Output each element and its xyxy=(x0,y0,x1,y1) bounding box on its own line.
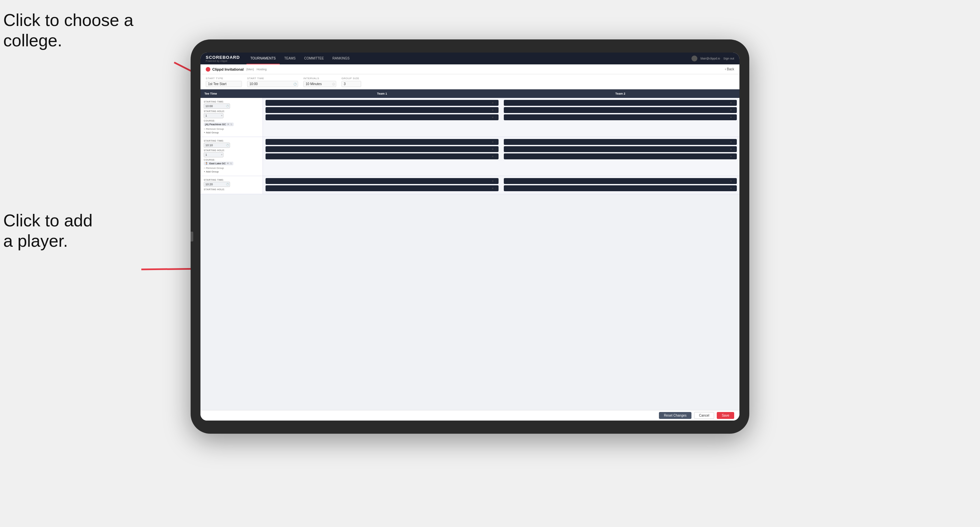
remove-group-link-1[interactable]: ○ Remove Group xyxy=(204,127,259,130)
player-cell[interactable]: ✕ ⋮ xyxy=(266,185,498,191)
group-size-select[interactable]: 3 xyxy=(342,81,361,87)
start-type-select[interactable]: 1st Tee Start xyxy=(206,81,242,87)
hole-select-1[interactable]: 1 xyxy=(204,113,223,118)
course-icon-2: 🏌 xyxy=(205,162,208,165)
player-cell-icons: ✕ ⋮ xyxy=(492,102,497,105)
player-cell-icons: ✕ ⋮ xyxy=(730,180,735,183)
group-right-team1-1: ✕ ⋮ ✕ ⋮ ✕ ⋮ xyxy=(263,98,501,137)
player-cell[interactable]: ✕ ⋮ xyxy=(504,100,737,106)
player-cell-icons: ✕ ⋮ xyxy=(730,109,735,112)
side-button[interactable] xyxy=(191,232,193,241)
player-cell[interactable]: ✕ ⋮ xyxy=(266,154,498,159)
course-tag-remove-1[interactable]: ✕ xyxy=(227,123,229,126)
hole-chevron-2: ▾ xyxy=(221,154,223,156)
user-avatar xyxy=(692,56,697,62)
starting-time-label-1: STARTING TIME: xyxy=(204,100,259,103)
tournament-icon xyxy=(206,67,210,71)
course-tag-2[interactable]: 🏌 East Lake GC ✕ ⇅ xyxy=(204,162,233,165)
time-icon-1: 🕐 xyxy=(226,105,229,108)
player-cell-icons: ✕ ⋮ xyxy=(492,148,497,151)
group-size-label: Group Size xyxy=(342,77,361,80)
add-group-link-2[interactable]: + Add Group xyxy=(204,170,259,173)
group-left-2: STARTING TIME: 🕐 STARTING HOLE: 1 xyxy=(200,137,263,176)
scoreboard-title: SCOREBOARD xyxy=(206,55,240,60)
group-size-select-wrapper: 3 xyxy=(342,81,361,87)
hole-chevron-1: ▾ xyxy=(221,114,223,117)
course-tag-arrows-2[interactable]: ⇅ xyxy=(230,162,232,165)
back-button[interactable]: ‹ Back xyxy=(725,67,734,71)
start-type-label: Start Type xyxy=(206,77,242,80)
main-content[interactable]: STARTING TIME: 🕐 STARTING HOLE: 1 xyxy=(200,98,740,410)
group-row: STARTING TIME: 🕐 STARTING HOLE: ✕ ⋮ xyxy=(200,176,740,194)
player-cell[interactable]: ✕ ⋮ xyxy=(266,139,498,145)
intervals-label: Intervals xyxy=(303,77,336,80)
player-cell[interactable]: ✕ ⋮ xyxy=(504,185,737,191)
player-cell-icons: ✕ ⋮ xyxy=(730,102,735,105)
cancel-button[interactable]: Cancel xyxy=(694,412,714,419)
player-cell[interactable]: ✕ ⋮ xyxy=(266,114,498,120)
start-time-input[interactable] xyxy=(247,81,298,87)
reset-button[interactable]: Reset Changes xyxy=(659,412,692,419)
course-tag-label-1: (A) Peachtree GC xyxy=(205,123,226,126)
starting-hole-row-1: 1 ▾ xyxy=(204,113,259,118)
intervals-select-wrapper: 10 Minutes ⓘ xyxy=(303,81,336,87)
starting-hole-label-1: STARTING HOLE: xyxy=(204,110,259,113)
player-cell[interactable]: ✕ ⋮ xyxy=(504,146,737,152)
player-cell[interactable]: ✕ ⋮ xyxy=(266,146,498,152)
player-cell-icons: ✕ ⋮ xyxy=(492,141,497,144)
nav-tabs: TOURNAMENTS TEAMS COMMITTEE RANKINGS xyxy=(247,52,692,64)
save-button[interactable]: Save xyxy=(717,412,734,419)
intervals-select[interactable]: 10 Minutes xyxy=(303,81,336,87)
nav-tab-committee[interactable]: COMMITTEE xyxy=(300,52,328,64)
player-cell[interactable]: ✕ ⋮ xyxy=(266,100,498,106)
remove-group-link-2[interactable]: ○ Remove Group xyxy=(204,167,259,170)
starting-hole-row-2: 1 ▾ xyxy=(204,152,259,157)
player-cell-icons: ✕ ⋮ xyxy=(492,155,497,158)
time-input-wrapper-3: 🕐 xyxy=(204,182,230,187)
course-tag-1[interactable]: (A) Peachtree GC ✕ ⇅ xyxy=(204,122,234,126)
course-tag-remove-2[interactable]: ✕ xyxy=(227,162,229,165)
course-tag-arrows-1[interactable]: ⇅ xyxy=(231,123,232,126)
group-row: STARTING TIME: 🕐 STARTING HOLE: 1 xyxy=(200,98,740,137)
player-cell-icons: ✕ ⋮ xyxy=(492,109,497,112)
sign-out-link[interactable]: Sign out xyxy=(723,57,734,60)
scoreboard-sub: Powered by clippd xyxy=(206,60,240,62)
group-right-team1-3: ✕ ⋮ ✕ ⋮ xyxy=(263,176,501,194)
tablet-screen: SCOREBOARD Powered by clippd TOURNAMENTS… xyxy=(200,52,740,421)
starting-time-row-3: 🕐 xyxy=(204,182,259,187)
time-icon-2: 🕐 xyxy=(226,144,229,146)
group-left-1: STARTING TIME: 🕐 STARTING HOLE: 1 xyxy=(200,98,263,137)
player-cell[interactable]: ✕ ⋮ xyxy=(504,114,737,120)
player-cell-icons: ✕ ⋮ xyxy=(730,155,735,158)
starting-hole-label-3: STARTING HOLE: xyxy=(204,188,259,190)
player-cell[interactable]: ✕ ⋮ xyxy=(504,139,737,145)
add-group-link-1[interactable]: + Add Group xyxy=(204,131,259,134)
settings-bar: Start Type 1st Tee Start Start Time 🕐 xyxy=(200,74,740,89)
table-header: Tee Time Team 1 Team 2 xyxy=(200,89,740,98)
player-cell[interactable]: ✕ ⋮ xyxy=(504,107,737,113)
app-header: SCOREBOARD Powered by clippd TOURNAMENTS… xyxy=(200,52,740,64)
start-time-input-wrapper: 🕐 xyxy=(247,81,298,87)
group-size-field: Group Size 3 xyxy=(342,77,361,87)
hole-select-2[interactable]: 1 xyxy=(204,152,223,157)
starting-time-label-2: STARTING TIME: xyxy=(204,140,259,142)
hole-select-wrapper-2: 1 ▾ xyxy=(204,152,223,157)
player-cell[interactable]: ✕ ⋮ xyxy=(504,154,737,159)
player-cell-icons: ✕ ⋮ xyxy=(492,180,497,183)
intervals-icon: ⓘ xyxy=(332,82,335,86)
player-cell-icons: ✕ ⋮ xyxy=(492,187,497,190)
annotation-add-player: Click to add a player. xyxy=(3,210,93,251)
nav-tab-teams[interactable]: TEAMS xyxy=(280,52,299,64)
starting-time-label-3: STARTING TIME: xyxy=(204,179,259,181)
annotation-choose-college: Click to choose a college. xyxy=(3,10,134,51)
player-cell[interactable]: ✕ ⋮ xyxy=(266,178,498,184)
col-header-team2: Team 2 xyxy=(501,92,740,95)
player-cell[interactable]: ✕ ⋮ xyxy=(266,107,498,113)
start-time-field: Start Time 🕐 xyxy=(247,77,298,87)
nav-tab-tournaments[interactable]: TOURNAMENTS xyxy=(247,52,280,64)
player-cell-icons: ✕ ⋮ xyxy=(730,116,735,119)
player-cell[interactable]: ✕ ⋮ xyxy=(504,178,737,184)
player-cell-icons: ✕ ⋮ xyxy=(730,148,735,151)
nav-tab-rankings[interactable]: RANKINGS xyxy=(328,52,353,64)
start-type-field: Start Type 1st Tee Start xyxy=(206,77,242,87)
